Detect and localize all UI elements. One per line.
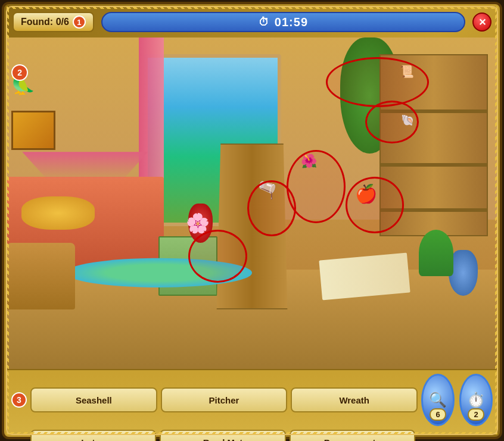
highlight-small (365, 101, 419, 143)
close-button[interactable]: ✕ (472, 12, 491, 32)
highlight-lotus (188, 230, 247, 283)
items-row-2: Lotus Reed Mat Pomegranate (11, 430, 415, 441)
pitcher-button[interactable]: Pitcher (161, 387, 288, 412)
reed-mat-button[interactable]: Reed Mat (160, 430, 285, 441)
basket (7, 243, 75, 309)
timer-powerup[interactable]: ⏱️ 2 (459, 374, 493, 426)
timer-bar: ⏱ 01:59 (101, 12, 465, 32)
highlight-flowers (287, 150, 346, 223)
painting (11, 111, 55, 151)
timer-icon: ⏱️ (467, 392, 485, 408)
timer-count: 2 (468, 408, 484, 421)
pomegranate-button[interactable]: Pomegranate (290, 430, 415, 441)
magnifier-count: 6 (430, 408, 446, 421)
magnifier-icon: 🔍 (429, 392, 447, 408)
open-book (319, 252, 411, 300)
row1-badge: 3 (11, 392, 27, 408)
powerups-area: 🔍 6 ⏱️ 2 (421, 374, 493, 426)
badge-2: 2 (11, 64, 28, 81)
pillow (21, 196, 95, 230)
top-bar: Found: 0/6 1 ⏱ 01:59 ✕ (7, 7, 497, 37)
plant-pot (419, 230, 453, 276)
room-background: 🦜 🌸 🫗 🍎 🌺 📜 🐚 2 (7, 37, 497, 369)
bottom-bar: 3 Seashell Pitcher Wreath 🔍 6 ⏱️ 2 Lotus… (7, 369, 497, 434)
seashell-button[interactable]: Seashell (30, 387, 157, 412)
found-badge: Found: 0/6 1 (13, 12, 94, 32)
items-row-1: 3 Seashell Pitcher Wreath 🔍 6 ⏱️ 2 (11, 374, 493, 426)
magnifier-powerup[interactable]: 🔍 6 (421, 374, 455, 426)
game-window: Found: 0/6 1 ⏱ 01:59 ✕ (2, 2, 502, 439)
timer-icon: ⏱ (259, 16, 270, 29)
lotus-button[interactable]: Lotus (30, 430, 156, 441)
shelf-2 (381, 163, 486, 167)
highlight-pomegranate (346, 177, 405, 233)
highlight-scroll (326, 57, 429, 107)
badge-1: 1 (73, 15, 86, 29)
scene-area[interactable]: 🦜 🌸 🫗 🍎 🌺 📜 🐚 2 (7, 37, 497, 369)
timer-display: 01:59 (275, 15, 308, 29)
wreath-button[interactable]: Wreath (291, 387, 418, 412)
found-label: Found: 0/6 (21, 17, 69, 27)
